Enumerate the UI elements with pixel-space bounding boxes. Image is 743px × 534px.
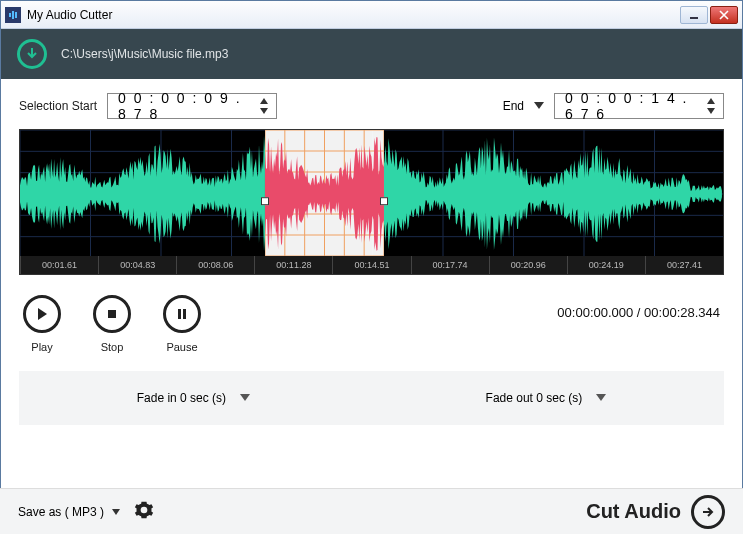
window-title: My Audio Cutter [27,8,678,22]
settings-button[interactable] [134,500,154,524]
fade-in-dropdown[interactable]: Fade in 0 sec (s) [137,391,250,405]
app-icon [5,7,21,23]
file-bar: C:\Users\j\Music\Music file.mp3 [1,29,742,79]
waveform-display[interactable]: 00:01.6100:04.8300:08.0600:11.2800:14.51… [19,129,724,275]
svg-rect-1 [12,11,14,19]
save-as-dropdown[interactable]: Save as ( MP3 ) [18,505,120,519]
chevron-down-icon [112,509,120,515]
selection-end-input[interactable]: 0 0 : 0 0 : 1 4 . 6 7 6 [554,93,724,119]
chevron-down-icon [596,394,606,402]
selection-start-input[interactable]: 0 0 : 0 0 : 0 9 . 8 7 8 [107,93,277,119]
fade-out-label: Fade out 0 sec (s) [486,391,583,405]
end-step-down[interactable] [703,106,719,116]
time-current: 00:00:00.000 [557,305,633,320]
chevron-down-icon [240,394,250,402]
start-step-down[interactable] [256,106,272,116]
waveform-ruler: 00:01.6100:04.8300:08.0600:11.2800:14.51… [20,256,723,274]
transport-controls: Play Stop Pause 00:00:00.000 / 00:00:28.… [1,275,742,371]
selection-row: Selection Start 0 0 : 0 0 : 0 9 . 8 7 8 … [1,79,742,129]
waveform-svg [20,130,723,258]
ruler-tick: 00:08.06 [176,256,254,274]
svg-rect-42 [178,309,181,319]
end-step-up[interactable] [703,96,719,106]
selection-start-value: 0 0 : 0 0 : 0 9 . 8 7 8 [118,90,250,122]
selection-start-label: Selection Start [19,99,97,113]
fade-in-label: Fade in 0 sec (s) [137,391,226,405]
gear-icon [134,500,154,520]
start-step-up[interactable] [256,96,272,106]
time-total: 00:00:28.344 [644,305,720,320]
pause-button[interactable]: Pause [163,295,201,353]
play-button[interactable]: Play [23,295,61,353]
svg-rect-0 [9,13,11,17]
svg-rect-2 [15,12,17,18]
ruler-tick: 00:17.74 [411,256,489,274]
svg-rect-41 [108,310,116,318]
bottom-bar: Save as ( MP3 ) Cut Audio [0,488,743,534]
play-label: Play [23,341,61,353]
chevron-down-icon [534,102,544,110]
arrow-right-icon [691,495,725,529]
save-as-label: Save as ( MP3 ) [18,505,104,519]
selection-end-value: 0 0 : 0 0 : 1 4 . 6 7 6 [565,90,697,122]
start-stepper[interactable] [256,96,272,116]
ruler-tick: 00:11.28 [254,256,332,274]
fade-row: Fade in 0 sec (s) Fade out 0 sec (s) [19,371,724,425]
fade-out-dropdown[interactable]: Fade out 0 sec (s) [486,391,607,405]
cut-audio-label: Cut Audio [586,500,681,523]
close-button[interactable] [710,6,738,24]
pause-label: Pause [163,341,201,353]
selection-handle-left[interactable] [261,197,269,205]
ruler-tick: 00:27.41 [645,256,723,274]
svg-rect-3 [690,17,698,19]
file-path: C:\Users\j\Music\Music file.mp3 [61,47,228,61]
cut-audio-button[interactable]: Cut Audio [586,495,725,529]
svg-rect-43 [183,309,186,319]
ruler-tick: 00:01.61 [20,256,98,274]
selection-handle-right[interactable] [380,197,388,205]
load-file-button[interactable] [17,39,47,69]
ruler-tick: 00:04.83 [98,256,176,274]
ruler-tick: 00:20.96 [489,256,567,274]
end-mode-dropdown[interactable]: End [503,99,544,113]
end-stepper[interactable] [703,96,719,116]
time-counter: 00:00:00.000 / 00:00:28.344 [557,295,720,320]
ruler-tick: 00:24.19 [567,256,645,274]
ruler-tick: 00:14.51 [332,256,410,274]
window-titlebar: My Audio Cutter [1,1,742,29]
minimize-button[interactable] [680,6,708,24]
stop-label: Stop [93,341,131,353]
end-label: End [503,99,524,113]
stop-button[interactable]: Stop [93,295,131,353]
